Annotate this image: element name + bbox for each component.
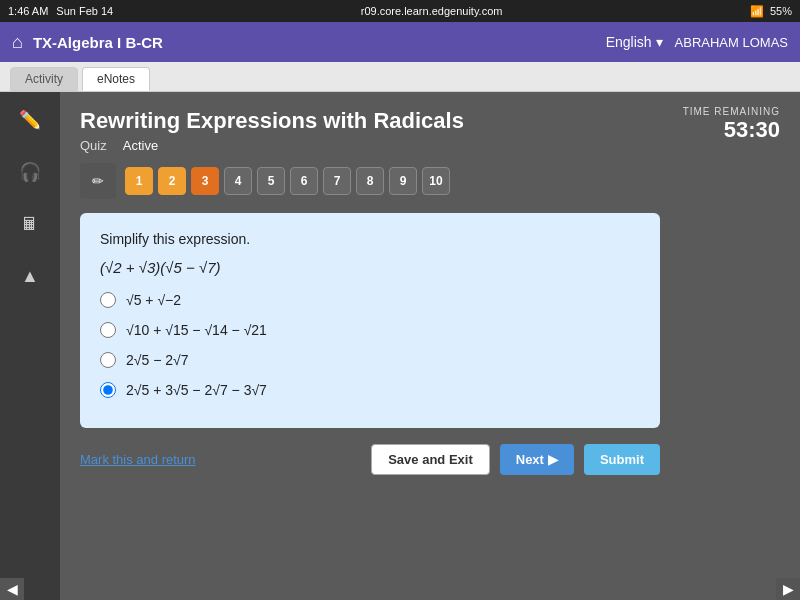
question-btn-1[interactable]: 1: [125, 167, 153, 195]
time-display: 1:46 AM: [8, 5, 48, 17]
option-radio-4[interactable]: [100, 382, 116, 398]
next-button[interactable]: Next ▶: [500, 444, 574, 475]
option-row-4: 2√5 + 3√5 − 2√7 − 3√7: [100, 382, 640, 398]
option-row-3: 2√5 − 2√7: [100, 352, 640, 368]
question-btn-2[interactable]: 2: [158, 167, 186, 195]
chevron-down-icon: ▾: [656, 34, 663, 50]
status-label: Active: [123, 138, 158, 153]
quiz-status: Quiz Active: [80, 138, 780, 153]
content-area: Rewriting Expressions with Radicals Quiz…: [60, 92, 800, 600]
save-exit-button[interactable]: Save and Exit: [371, 444, 490, 475]
question-btn-9[interactable]: 9: [389, 167, 417, 195]
question-btn-4[interactable]: 4: [224, 167, 252, 195]
question-instruction: Simplify this expression.: [100, 231, 640, 247]
date-display: Sun Feb 14: [56, 5, 113, 17]
pencil-icon[interactable]: ✏️: [12, 102, 48, 138]
language-label: English: [606, 34, 652, 50]
option-label-2[interactable]: √10 + √15 − √14 − √21: [126, 322, 267, 338]
option-radio-1[interactable]: [100, 292, 116, 308]
arrow-up-icon[interactable]: ▲: [12, 258, 48, 294]
tab-activity[interactable]: Activity: [10, 67, 78, 91]
question-card: Simplify this expression. (√2 + √3)(√5 −…: [80, 213, 660, 428]
wifi-icon: 📶: [750, 5, 764, 18]
option-label-3[interactable]: 2√5 − 2√7: [126, 352, 188, 368]
battery-display: 55%: [770, 5, 792, 17]
timer-area: TIME REMAINING 53:30: [683, 106, 780, 143]
timer-value: 53:30: [683, 117, 780, 143]
course-title: TX-Algebra I B-CR: [33, 34, 163, 51]
option-label-1[interactable]: √5 + √−2: [126, 292, 181, 308]
quiz-label: Quiz: [80, 138, 107, 153]
url-display: r09.core.learn.edgenuity.com: [361, 5, 503, 17]
headphone-icon[interactable]: 🎧: [12, 154, 48, 190]
option-label-4[interactable]: 2√5 + 3√5 − 2√7 − 3√7: [126, 382, 267, 398]
question-nav: ✏ 1 2 3 4 5 6 7 8 9 10: [80, 163, 780, 199]
bottom-actions: Mark this and return Save and Exit Next …: [80, 444, 660, 475]
scroll-right-button[interactable]: ▶: [776, 578, 800, 600]
timer-label: TIME REMAINING: [683, 106, 780, 117]
tab-bar: Activity eNotes: [0, 62, 800, 92]
option-radio-2[interactable]: [100, 322, 116, 338]
submit-button[interactable]: Submit: [584, 444, 660, 475]
status-bar: 1:46 AM Sun Feb 14 r09.core.learn.edgenu…: [0, 0, 800, 22]
language-selector[interactable]: English ▾: [606, 34, 663, 50]
question-btn-3[interactable]: 3: [191, 167, 219, 195]
main-area: ✏️ 🎧 🖩 ▲ Rewriting Expressions with Radi…: [0, 92, 800, 600]
question-btn-6[interactable]: 6: [290, 167, 318, 195]
mark-return-link[interactable]: Mark this and return: [80, 452, 196, 467]
question-expression: (√2 + √3)(√5 − √7): [100, 259, 640, 276]
question-btn-10[interactable]: 10: [422, 167, 450, 195]
home-icon[interactable]: ⌂: [12, 32, 23, 53]
question-btn-7[interactable]: 7: [323, 167, 351, 195]
option-radio-3[interactable]: [100, 352, 116, 368]
question-btn-5[interactable]: 5: [257, 167, 285, 195]
left-toolbar: ✏️ 🎧 🖩 ▲: [0, 92, 60, 600]
lesson-title: Rewriting Expressions with Radicals: [80, 108, 780, 134]
calculator-icon[interactable]: 🖩: [12, 206, 48, 242]
scroll-left-button[interactable]: ◀: [0, 578, 24, 600]
option-row-1: √5 + √−2: [100, 292, 640, 308]
option-row-2: √10 + √15 − √14 − √21: [100, 322, 640, 338]
top-nav: ⌂ TX-Algebra I B-CR English ▾ ABRAHAM LO…: [0, 22, 800, 62]
user-name: ABRAHAM LOMAS: [675, 35, 788, 50]
edit-icon[interactable]: ✏: [80, 163, 116, 199]
question-btn-8[interactable]: 8: [356, 167, 384, 195]
tab-enotes[interactable]: eNotes: [82, 67, 150, 91]
next-icon: ▶: [548, 452, 558, 467]
action-buttons: Save and Exit Next ▶ Submit: [371, 444, 660, 475]
